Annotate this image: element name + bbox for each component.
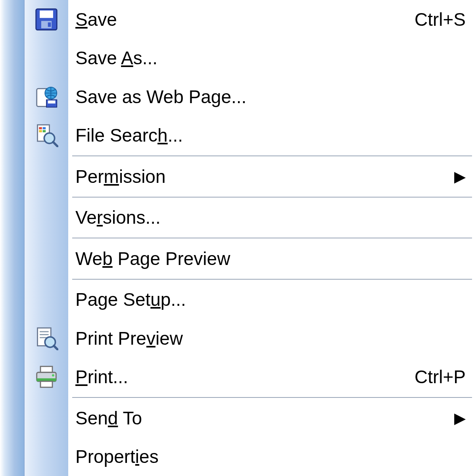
svg-rect-21 [40, 367, 52, 372]
label-post: sions... [103, 207, 161, 228]
menu-item-permission[interactable]: Permission▶ [25, 157, 476, 196]
label-post: es [139, 446, 159, 467]
menu-item-label-area: SaveCtrl+S [68, 0, 476, 39]
menu-icon-gutter [25, 239, 68, 278]
menu-item-label-area: Print...Ctrl+P [68, 358, 476, 397]
menu-item-label-area: Page Setup... [68, 280, 476, 319]
menu-item-label: Properties [75, 447, 159, 466]
svg-rect-12 [43, 130, 46, 132]
menu-item-label-area: Save As... [68, 39, 476, 78]
menu-item-print-preview[interactable]: Print Preview [25, 319, 476, 358]
file-search-icon [34, 123, 59, 148]
menu-icon-gutter [25, 438, 68, 476]
svg-rect-3 [48, 22, 51, 27]
menu-item-save-as[interactable]: Save As... [25, 39, 476, 78]
menu-item-label-area: File Search... [68, 116, 476, 155]
menu-item-label: Send To [75, 409, 142, 427]
label-access-key: A [121, 48, 133, 68]
menu-item-page-setup[interactable]: Page Setup... [25, 280, 476, 319]
svg-rect-1 [40, 10, 53, 18]
menu-item-label: Print... [75, 368, 128, 386]
menu-item-save[interactable]: SaveCtrl+S [25, 0, 476, 39]
label-access-key: v [146, 328, 155, 349]
menu-icon-gutter [25, 157, 68, 196]
save-icon [34, 7, 59, 32]
svg-rect-7 [48, 100, 56, 104]
label-access-key: i [135, 446, 139, 467]
menu-icon-gutter [25, 77, 68, 116]
menu-item-label: Print Preview [75, 329, 183, 347]
label-pre: Ve [75, 207, 97, 228]
label-pre: Page Set [75, 289, 150, 310]
label-post: ave [88, 9, 117, 30]
menu-item-label: Save as Web Page... [75, 88, 246, 106]
file-menu-dropdown: SaveCtrl+SSave As... Save as Web Page...… [24, 0, 476, 476]
label-access-key: g [211, 86, 221, 107]
submenu-arrow-icon: ▶ [454, 169, 466, 184]
menu-item-label: File Search... [75, 126, 183, 144]
label-pre: File Searc [75, 125, 157, 146]
label-pre: We [75, 248, 102, 269]
menu-icon-gutter [25, 358, 68, 397]
menu-item-label-area: Properties [68, 438, 476, 476]
label-access-key: S [75, 9, 88, 30]
save-web-icon [34, 84, 59, 109]
menu-item-send-to[interactable]: Send To▶ [25, 399, 476, 438]
window-left-wash [0, 0, 24, 476]
menu-item-versions[interactable]: Versions... [25, 198, 476, 237]
menu-item-label: Page Setup... [75, 290, 186, 309]
menu-item-label: Save [75, 10, 117, 29]
menu-icon-gutter [25, 39, 68, 78]
label-pre: Per [75, 166, 104, 187]
svg-rect-11 [39, 130, 42, 132]
menu-item-label: Permission [75, 167, 166, 186]
menu-item-save-as-web[interactable]: Save as Web Page... [25, 77, 476, 116]
svg-rect-24 [40, 382, 52, 388]
svg-point-25 [52, 374, 54, 377]
menu-icon-gutter [25, 116, 68, 155]
label-pre: Save [75, 48, 121, 68]
label-pre: Save as Web Pa [75, 86, 211, 107]
label-access-key: r [97, 207, 103, 228]
print-icon [34, 364, 59, 390]
label-access-key: b [102, 248, 113, 269]
print-preview-icon [34, 326, 59, 351]
menu-item-shortcut: Ctrl+S [415, 9, 466, 30]
label-post: ... [168, 125, 183, 146]
menu-icon-gutter [25, 280, 68, 319]
menu-item-label-area: Versions... [68, 198, 476, 237]
label-post: e... [221, 86, 246, 107]
label-access-key: P [75, 367, 88, 387]
label-post: To [118, 408, 142, 428]
label-access-key: h [157, 125, 168, 146]
label-access-key: u [150, 289, 161, 310]
label-post: ission [119, 166, 166, 187]
label-post: rint... [88, 367, 128, 387]
menu-item-label: Save As... [75, 49, 157, 67]
menu-icon-gutter [25, 319, 68, 358]
menu-item-label: Web Page Preview [75, 250, 230, 268]
menu-item-label-area: Web Page Preview [68, 239, 476, 278]
menu-item-print[interactable]: Print...Ctrl+P [25, 358, 476, 397]
menu-icon-gutter [25, 198, 68, 237]
label-post: iew [155, 328, 183, 349]
label-pre: Print Pre [75, 328, 146, 349]
label-pre: Sen [75, 408, 108, 428]
menu-item-shortcut: Ctrl+P [415, 366, 466, 388]
menu-item-label-area: Save as Web Page... [68, 77, 476, 116]
menu-item-label-area: Permission▶ [68, 157, 476, 196]
label-pre: Propert [75, 446, 135, 467]
menu-item-label-area: Print Preview [68, 319, 476, 358]
menu-item-label-area: Send To▶ [68, 399, 476, 438]
label-access-key: d [108, 408, 118, 428]
svg-line-14 [53, 142, 58, 146]
menu-item-properties[interactable]: Properties [25, 438, 476, 476]
menu-item-web-preview[interactable]: Web Page Preview [25, 239, 476, 278]
menu-item-label: Versions... [75, 208, 161, 226]
svg-rect-10 [43, 127, 46, 130]
label-post: Page Preview [113, 248, 230, 269]
label-access-key: m [104, 166, 119, 187]
svg-rect-9 [39, 127, 42, 130]
label-post: s... [133, 48, 157, 68]
menu-item-file-search[interactable]: File Search... [25, 116, 476, 155]
